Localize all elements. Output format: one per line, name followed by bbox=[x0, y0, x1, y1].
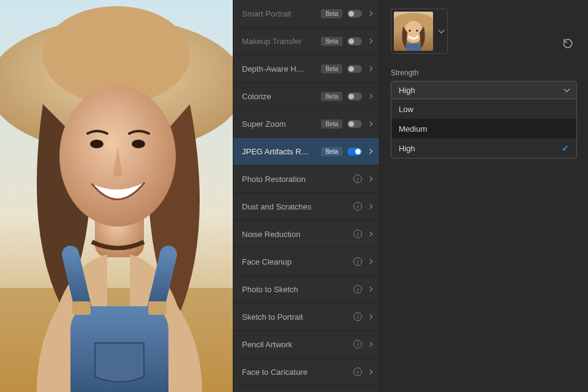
filter-label: Pencil Artwork bbox=[242, 340, 353, 349]
svg-rect-15 bbox=[406, 43, 421, 51]
filter-label: Colorize bbox=[242, 92, 321, 101]
info-icon[interactable]: i bbox=[353, 368, 362, 376]
filter-row-jpeg-artifacts-r[interactable]: JPEG Artifacts R…Beta bbox=[233, 138, 379, 165]
chevron-right-icon bbox=[368, 342, 372, 347]
filter-row-makeup-transfer[interactable]: Makeup TransferBeta bbox=[233, 28, 379, 55]
check-icon: ✓ bbox=[562, 143, 569, 153]
chevron-right-icon bbox=[368, 369, 372, 374]
strength-dropdown: LowMediumHigh✓ bbox=[391, 99, 577, 159]
filter-row-sketch-to-portrait[interactable]: Sketch to Portraiti bbox=[233, 303, 379, 331]
beta-badge: Beta bbox=[321, 92, 342, 101]
filter-label: JPEG Artifacts R… bbox=[242, 147, 321, 156]
svg-point-7 bbox=[132, 140, 145, 148]
svg-point-6 bbox=[90, 140, 104, 148]
filter-row-photo-restoration[interactable]: Photo Restorationi bbox=[233, 165, 379, 193]
filter-row-dust-and-scratches[interactable]: Dust and Scratchesi bbox=[233, 193, 379, 221]
filter-toggle[interactable] bbox=[347, 37, 362, 45]
chevron-right-icon bbox=[368, 232, 372, 236]
info-icon[interactable]: i bbox=[353, 257, 362, 266]
strength-label: Strength bbox=[391, 69, 577, 77]
filter-label: Face Cleanup bbox=[242, 257, 353, 266]
filter-label: Photo Restoration bbox=[242, 175, 353, 184]
beta-badge: Beta bbox=[321, 147, 342, 156]
beta-badge: Beta bbox=[321, 64, 342, 74]
strength-option-medium[interactable]: Medium bbox=[391, 119, 576, 138]
filter-list: Smart PortraitBetaMakeup TransferBetaDep… bbox=[233, 0, 380, 392]
filter-label: Dust and Scratches bbox=[242, 202, 353, 211]
reset-icon[interactable] bbox=[562, 38, 573, 51]
chevron-right-icon bbox=[368, 121, 372, 126]
info-icon[interactable]: i bbox=[353, 285, 362, 293]
strength-option-high[interactable]: High✓ bbox=[391, 138, 576, 158]
chevron-right-icon bbox=[368, 39, 372, 43]
beta-badge: Beta bbox=[321, 37, 342, 46]
beta-badge: Beta bbox=[321, 119, 342, 129]
filter-row-noise-reduction[interactable]: Noise Reductioni bbox=[233, 221, 379, 248]
filter-row-photo-to-sketch[interactable]: Photo to Sketchi bbox=[233, 276, 379, 303]
filter-label: Smart Portrait bbox=[242, 9, 321, 18]
filter-label: Sketch to Portrait bbox=[242, 312, 353, 322]
info-icon[interactable]: i bbox=[353, 175, 362, 183]
chevron-down-icon bbox=[564, 86, 570, 92]
filter-label: Depth-Aware H… bbox=[242, 64, 321, 74]
detail-panel: Strength High LowMediumHigh✓ bbox=[380, 0, 588, 392]
strength-select[interactable]: High bbox=[391, 81, 577, 99]
filter-label: Face to Caricature bbox=[242, 368, 353, 377]
chevron-down-icon bbox=[439, 28, 445, 34]
filter-row-face-to-caricature[interactable]: Face to Caricaturei bbox=[233, 358, 379, 386]
info-icon[interactable]: i bbox=[353, 340, 362, 349]
filter-toggle[interactable] bbox=[347, 65, 362, 73]
thumbnail-image bbox=[394, 12, 433, 51]
filter-label: Photo to Sketch bbox=[242, 285, 353, 294]
svg-point-14 bbox=[416, 29, 418, 31]
chevron-right-icon bbox=[368, 314, 372, 319]
option-label: Medium bbox=[399, 124, 427, 134]
option-label: Low bbox=[399, 105, 413, 114]
photo-canvas bbox=[0, 0, 233, 392]
chevron-right-icon bbox=[368, 149, 372, 154]
chevron-right-icon bbox=[368, 204, 372, 209]
filter-row-depth-aware-h[interactable]: Depth-Aware H…Beta bbox=[233, 55, 379, 83]
svg-rect-9 bbox=[148, 301, 167, 315]
svg-rect-8 bbox=[72, 301, 91, 315]
filter-row-colorize[interactable]: ColorizeBeta bbox=[233, 83, 379, 110]
strength-selected-value: High bbox=[399, 86, 415, 95]
svg-point-13 bbox=[409, 29, 410, 31]
info-icon[interactable]: i bbox=[353, 312, 362, 321]
filter-label: Makeup Transfer bbox=[242, 37, 321, 46]
chevron-right-icon bbox=[368, 176, 372, 181]
option-label: High bbox=[399, 144, 415, 153]
svg-point-12 bbox=[404, 21, 423, 43]
filter-toggle[interactable] bbox=[347, 92, 362, 100]
filter-row-face-cleanup[interactable]: Face Cleanupi bbox=[233, 248, 379, 276]
filter-row-pencil-artwork[interactable]: Pencil Artworki bbox=[233, 331, 379, 358]
filter-label: Super Zoom bbox=[242, 119, 321, 129]
beta-badge: Beta bbox=[321, 9, 342, 18]
filter-toggle[interactable] bbox=[347, 148, 362, 156]
chevron-right-icon bbox=[368, 11, 372, 16]
filter-toggle[interactable] bbox=[347, 120, 362, 128]
filter-row-super-zoom[interactable]: Super ZoomBeta bbox=[233, 110, 379, 138]
chevron-right-icon bbox=[368, 259, 372, 264]
filter-toggle[interactable] bbox=[347, 10, 362, 18]
filter-row-smart-portrait[interactable]: Smart PortraitBeta bbox=[233, 0, 379, 28]
info-icon[interactable]: i bbox=[353, 202, 362, 211]
chevron-right-icon bbox=[368, 94, 372, 99]
chevron-right-icon bbox=[368, 287, 372, 292]
variation-thumbnail[interactable] bbox=[391, 9, 448, 54]
filter-label: Noise Reduction bbox=[242, 230, 353, 239]
strength-option-low[interactable]: Low bbox=[391, 99, 576, 119]
chevron-right-icon bbox=[368, 66, 372, 71]
info-icon[interactable]: i bbox=[353, 230, 362, 238]
